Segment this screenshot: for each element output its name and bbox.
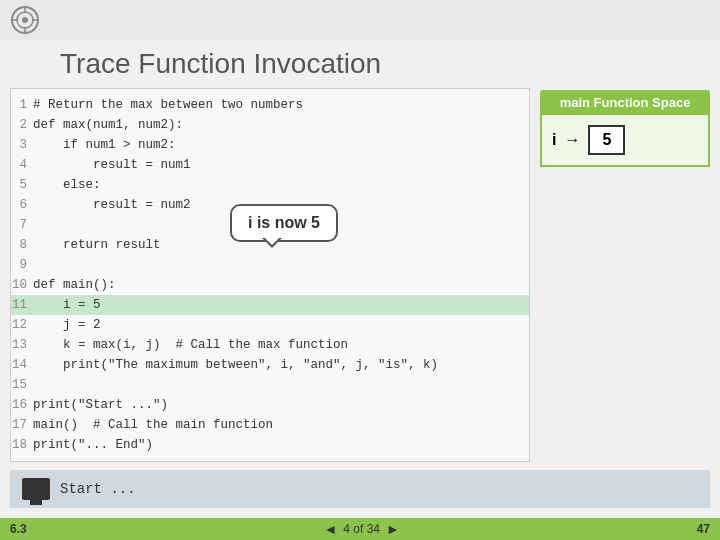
line-number: 7 bbox=[11, 215, 33, 235]
line-number: 17 bbox=[11, 415, 33, 435]
function-space-body: i → 5 bbox=[540, 115, 710, 167]
main-content: 1# Return the max between two numbers2de… bbox=[0, 88, 720, 462]
code-line: 14 print("The maximum between", i, "and"… bbox=[11, 355, 529, 375]
code-line: 9 bbox=[11, 255, 529, 275]
terminal-area: Start ... bbox=[10, 470, 710, 508]
line-code-text: j = 2 bbox=[33, 315, 101, 335]
code-line: 5 else: bbox=[11, 175, 529, 195]
line-number: 14 bbox=[11, 355, 33, 375]
line-code-text: # Return the max between two numbers bbox=[33, 95, 303, 115]
code-line: 1# Return the max between two numbers bbox=[11, 95, 529, 115]
next-button[interactable]: ► bbox=[386, 521, 400, 537]
line-code-text: print("The maximum between", i, "and", j… bbox=[33, 355, 438, 375]
line-number: 8 bbox=[11, 235, 33, 255]
navigation: ◄ 4 of 34 ► bbox=[323, 521, 399, 537]
slide-number: 6.3 bbox=[10, 522, 27, 536]
line-code-text: main() # Call the main function bbox=[33, 415, 273, 435]
code-line: 17main() # Call the main function bbox=[11, 415, 529, 435]
line-code-text: result = num1 bbox=[33, 155, 191, 175]
line-number: 6 bbox=[11, 195, 33, 215]
line-number: 1 bbox=[11, 95, 33, 115]
line-code-text: else: bbox=[33, 175, 101, 195]
code-line: 4 result = num1 bbox=[11, 155, 529, 175]
arrow-icon: → bbox=[564, 131, 580, 149]
var-name: i bbox=[552, 131, 556, 149]
line-number: 9 bbox=[11, 255, 33, 275]
top-bar bbox=[0, 0, 720, 40]
line-number: 16 bbox=[11, 395, 33, 415]
logo-icon bbox=[10, 5, 40, 35]
function-space-header: main Function Space bbox=[540, 90, 710, 115]
code-line: 3 if num1 > num2: bbox=[11, 135, 529, 155]
line-code-text: if num1 > num2: bbox=[33, 135, 176, 155]
code-line: 13 k = max(i, j) # Call the max function bbox=[11, 335, 529, 355]
line-number: 12 bbox=[11, 315, 33, 335]
line-code-text: def main(): bbox=[33, 275, 116, 295]
line-code-text: i = 5 bbox=[33, 295, 101, 315]
line-code-text: print("... End") bbox=[33, 435, 153, 455]
svg-point-2 bbox=[22, 17, 28, 23]
code-line: 10def main(): bbox=[11, 275, 529, 295]
prev-button[interactable]: ◄ bbox=[323, 521, 337, 537]
terminal-output: Start ... bbox=[60, 481, 136, 497]
line-number: 10 bbox=[11, 275, 33, 295]
line-code-text: def max(num1, num2): bbox=[33, 115, 183, 135]
line-number: 4 bbox=[11, 155, 33, 175]
code-area: 1# Return the max between two numbers2de… bbox=[10, 88, 530, 462]
line-number: 13 bbox=[11, 335, 33, 355]
code-line: 18print("... End") bbox=[11, 435, 529, 455]
line-number: 18 bbox=[11, 435, 33, 455]
monitor-icon bbox=[22, 478, 50, 500]
page-info: 4 of 34 bbox=[343, 522, 380, 536]
line-code-text: result = num2 bbox=[33, 195, 191, 215]
line-number: 5 bbox=[11, 175, 33, 195]
code-line: 15 bbox=[11, 375, 529, 395]
line-number: 15 bbox=[11, 375, 33, 395]
page-title: Trace Function Invocation bbox=[0, 40, 720, 88]
line-code-text: print("Start ...") bbox=[33, 395, 168, 415]
tooltip-balloon: i is now 5 bbox=[230, 204, 338, 242]
line-number: 11 bbox=[11, 295, 33, 315]
var-value: 5 bbox=[588, 125, 625, 155]
function-space-panel: main Function Space i → 5 bbox=[540, 90, 710, 462]
code-line: 2def max(num1, num2): bbox=[11, 115, 529, 135]
line-code-text: return result bbox=[33, 235, 161, 255]
code-line: 11 i = 5 bbox=[11, 295, 529, 315]
line-number: 3 bbox=[11, 135, 33, 155]
code-line: 12 j = 2 bbox=[11, 315, 529, 335]
bottom-bar: 6.3 ◄ 4 of 34 ► 47 bbox=[0, 518, 720, 540]
code-line: 16print("Start ...") bbox=[11, 395, 529, 415]
line-code-text: k = max(i, j) # Call the max function bbox=[33, 335, 348, 355]
balloon-text: i is now 5 bbox=[248, 214, 320, 231]
line-number: 2 bbox=[11, 115, 33, 135]
slide-count: 47 bbox=[697, 522, 710, 536]
